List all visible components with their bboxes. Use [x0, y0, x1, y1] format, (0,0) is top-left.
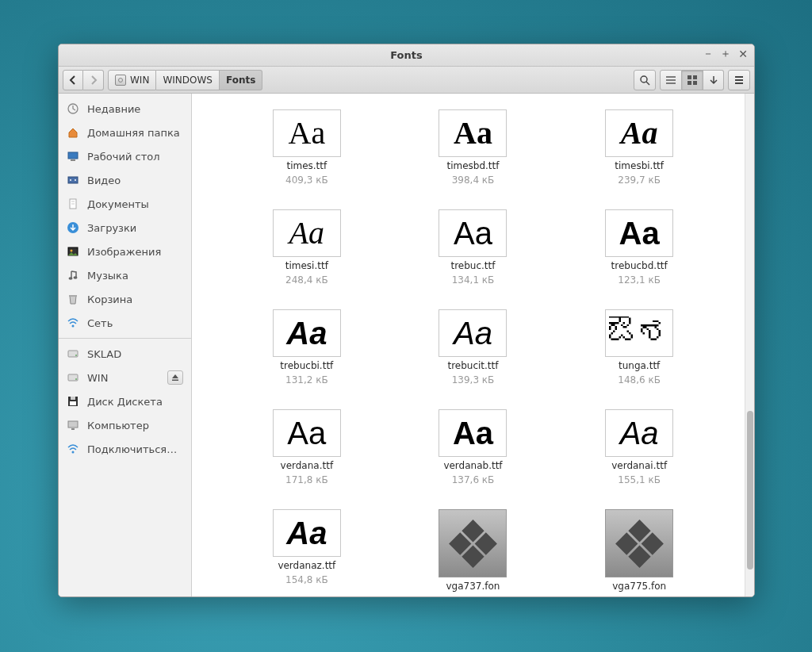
font-preview-icon: Aa: [439, 409, 507, 457]
sidebar-item-label: Документы: [87, 198, 149, 210]
svg-rect-32: [172, 380, 178, 382]
file-name: trebucit.ttf: [447, 360, 498, 371]
font-preview-icon: Aa: [439, 209, 507, 257]
sidebar-item-label: Изображения: [87, 246, 161, 258]
font-preview-icon: Aa: [605, 109, 673, 157]
file-name: verdanaz.ttf: [278, 560, 335, 571]
file-item[interactable]: Aatrebucit.ttf139,3 кБ: [439, 309, 507, 385]
svg-rect-36: [68, 421, 78, 428]
file-size: 398,4 кБ: [452, 175, 495, 186]
file-item[interactable]: Aatimesi.ttf248,4 кБ: [273, 209, 341, 286]
svg-point-31: [75, 378, 77, 380]
file-item[interactable]: Aaverdanaz.ttf154,8 кБ: [273, 509, 341, 596]
drive-icon: [67, 347, 79, 360]
file-item[interactable]: Aaverdana.ttf171,8 кБ: [273, 409, 341, 485]
svg-point-29: [75, 355, 77, 356]
sidebar-item-label: Корзина: [87, 293, 132, 305]
back-button[interactable]: [63, 70, 83, 90]
sidebar-item[interactable]: Загрузки: [59, 216, 191, 240]
file-item[interactable]: Aatimesbd.ttf398,4 кБ: [439, 109, 507, 186]
path-segment[interactable]: WINDOWS: [156, 70, 220, 90]
titlebar[interactable]: Fonts － ＋ ✕: [59, 44, 754, 67]
scrollbar[interactable]: [745, 94, 754, 596]
file-item[interactable]: vga775.fon5,2 кБ: [605, 509, 673, 596]
file-name: timesbi.ttf: [615, 160, 664, 171]
sidebar-device-item[interactable]: Диск Дискета: [59, 389, 191, 413]
file-size: 239,7 кБ: [618, 175, 661, 186]
breadcrumb: WINWINDOWSFonts: [108, 70, 262, 90]
file-name: verdanab.ttf: [443, 460, 502, 471]
file-item[interactable]: Aaverdanai.ttf155,1 кБ: [605, 409, 673, 485]
clock-icon: [67, 102, 79, 115]
window-title: Fonts: [390, 49, 423, 61]
generic-file-icon: [605, 509, 673, 577]
sidebar-device-item[interactable]: Подключиться…: [59, 437, 191, 461]
view-mode-group: [660, 70, 724, 90]
file-manager-window: Fonts － ＋ ✕ WINWINDOWSFonts НедавниеДома…: [58, 44, 755, 597]
file-name: verdana.ttf: [281, 460, 334, 471]
sidebar-item-label: Подключиться…: [87, 443, 177, 455]
sidebar-device-item[interactable]: Компьютер: [59, 413, 191, 437]
maximize-button[interactable]: ＋: [719, 48, 732, 60]
svg-rect-34: [71, 397, 75, 400]
svg-point-24: [69, 277, 73, 280]
sidebar-item[interactable]: Документы: [59, 192, 191, 216]
path-segment[interactable]: Fonts: [220, 70, 262, 90]
wifi-icon: [67, 316, 79, 329]
file-size: 139,3 кБ: [452, 374, 495, 385]
list-view-button[interactable]: [660, 70, 682, 90]
sidebar-device-item[interactable]: WIN: [59, 366, 191, 389]
file-item[interactable]: vga737.fon5,2 кБ: [439, 509, 507, 596]
scrollbar-thumb[interactable]: [747, 411, 753, 570]
sidebar-item[interactable]: Корзина: [59, 287, 191, 311]
file-size: 171,8 кБ: [285, 474, 328, 485]
file-size: 154,8 кБ: [285, 574, 328, 585]
view-options-button[interactable]: [703, 70, 724, 90]
svg-rect-35: [70, 401, 76, 405]
music-icon: [67, 269, 79, 282]
file-name: vga737.fon: [446, 581, 500, 592]
file-size: 248,4 кБ: [285, 274, 328, 286]
svg-rect-14: [71, 159, 75, 161]
search-button[interactable]: [634, 70, 656, 90]
file-item[interactable]: Aatrebucbd.ttf123,1 кБ: [605, 209, 673, 286]
sidebar-item[interactable]: Музыка: [59, 263, 191, 287]
sidebar-device-item[interactable]: SKLAD: [59, 342, 191, 366]
file-size: 131,2 кБ: [285, 374, 328, 385]
font-preview-icon: Aa: [273, 209, 341, 257]
file-size: 5,2 кБ: [624, 595, 654, 596]
file-item[interactable]: ಔಶtunga.ttf148,6 кБ: [605, 309, 673, 385]
svg-rect-5: [688, 75, 691, 79]
file-item[interactable]: Aatrebuc.ttf134,1 кБ: [439, 209, 507, 286]
menu-button[interactable]: [728, 70, 750, 90]
eject-button[interactable]: [167, 370, 183, 385]
sidebar-item[interactable]: Рабочий стол: [59, 144, 191, 168]
file-item[interactable]: Aatrebucbi.ttf131,2 кБ: [273, 309, 341, 385]
sidebar-item[interactable]: Недавние: [59, 97, 191, 121]
file-item[interactable]: Aatimesbi.ttf239,7 кБ: [605, 109, 673, 186]
path-segment-root[interactable]: WIN: [108, 70, 156, 90]
file-grid-container[interactable]: Aatimes.ttf409,3 кБAatimesbd.ttf398,4 кБ…: [192, 94, 754, 596]
sidebar-item[interactable]: Видео: [59, 168, 191, 192]
close-button[interactable]: ✕: [737, 48, 749, 60]
wifi-icon: [67, 443, 79, 455]
minimize-button[interactable]: －: [702, 48, 714, 60]
sidebar-item[interactable]: Изображения: [59, 240, 191, 263]
svg-rect-6: [693, 75, 697, 79]
file-item[interactable]: Aaverdanab.ttf137,6 кБ: [439, 409, 507, 485]
svg-rect-37: [71, 428, 75, 430]
nav-buttons: [63, 70, 104, 90]
svg-rect-8: [693, 81, 697, 85]
svg-point-16: [70, 179, 71, 181]
computer-icon: [67, 419, 79, 431]
file-size: 5,2 кБ: [458, 595, 488, 596]
icon-view-button[interactable]: [682, 70, 703, 90]
sidebar-item[interactable]: Домашняя папка: [59, 121, 191, 144]
sidebar-item[interactable]: Сеть: [59, 311, 191, 335]
file-item[interactable]: Aatimes.ttf409,3 кБ: [273, 109, 341, 186]
file-name: tunga.ttf: [619, 360, 660, 371]
forward-button[interactable]: [83, 70, 104, 90]
font-preview-icon: Aa: [273, 309, 341, 357]
font-preview-icon: Aa: [273, 509, 341, 557]
toolbar: WINWINDOWSFonts: [59, 67, 754, 94]
